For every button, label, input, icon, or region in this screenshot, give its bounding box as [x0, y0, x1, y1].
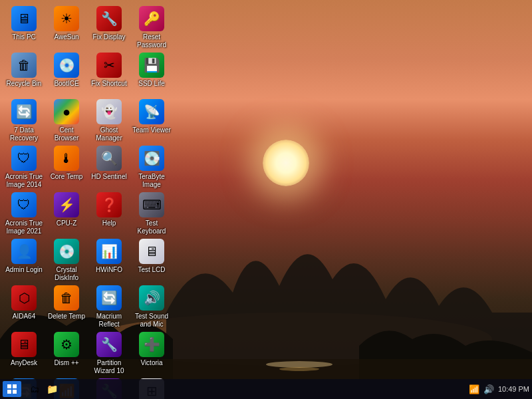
icon-image-test-sound-mic: 🔊	[139, 285, 164, 311]
desktop-icon-test-lcd[interactable]: 🖥Test LCD	[131, 236, 172, 279]
icon-label-acronis-2014: Acronis True Image 2014	[4, 173, 44, 189]
desktop-icon-help[interactable]: ❓Help	[88, 190, 130, 233]
desktop-icon-team-viewer[interactable]: 📡Team Viewer	[131, 96, 172, 140]
desktop-icon-bootice[interactable]: 💿BootICE	[46, 50, 87, 93]
desktop-icons-area: 🖥This PC☀AweSun🔧Fix Display🔑Reset Passwo…	[3, 3, 172, 399]
icon-image-acronis-2014: 🛡	[11, 146, 37, 171]
desktop-icon-awesun[interactable]: ☀AweSun	[46, 3, 87, 47]
icon-label-7-data-recovery: 7 Data Recovery	[4, 126, 44, 142]
icon-image-anydesk: 🖥	[11, 332, 37, 357]
desktop-icon-dism-plus[interactable]: ⚙Dism ++	[46, 329, 87, 372]
desktop-icon-core-temp[interactable]: 🌡Core Temp	[46, 143, 87, 186]
icon-label-macrium-reflect: Macrium Reflect	[89, 313, 129, 329]
icon-image-team-viewer: 📡	[139, 99, 164, 124]
sun	[263, 140, 309, 186]
icon-image-test-keyboard: ⌨	[139, 192, 164, 217]
desktop-icon-fix-display[interactable]: 🔧Fix Display	[88, 3, 130, 47]
icon-image-help: ❓	[96, 192, 122, 217]
desktop-icon-cent-browser[interactable]: ●Cent Browser	[46, 96, 87, 140]
volume-icon[interactable]: 🔊	[483, 384, 494, 394]
icon-label-aida64: AIDA64	[13, 313, 35, 321]
icon-label-bootice: BootICE	[54, 80, 78, 88]
icon-image-reset-password: 🔑	[139, 6, 164, 31]
desktop-icon-partition-wizard-10[interactable]: 🔧Partition Wizard 10	[88, 329, 130, 372]
icon-image-fix-shortcut: ✂	[96, 53, 122, 78]
desktop-icon-test-sound-mic[interactable]: 🔊Test Sound and Mic	[131, 283, 172, 326]
icon-label-team-viewer: Team Viewer	[132, 126, 171, 134]
icon-label-cpu-z: CPU-Z	[57, 219, 77, 227]
icon-image-cpu-z: ⚡	[54, 192, 79, 217]
icon-label-test-keyboard: Test Keyboard	[132, 219, 172, 235]
icon-label-crystal-diskinfo: Crystal DiskInfo	[47, 266, 86, 282]
svg-point-2	[266, 361, 332, 368]
icon-image-terabyte-image: 💽	[139, 146, 164, 171]
icon-image-awesun: ☀	[54, 6, 79, 31]
icon-image-ssd-life: 💾	[139, 53, 164, 78]
desktop-icon-cpu-z[interactable]: ⚡CPU-Z	[46, 190, 87, 233]
desktop-icon-terabyte-image[interactable]: 💽TeraByte Image	[131, 143, 172, 186]
icon-label-hd-sentinel: HD Sentinel	[91, 173, 126, 181]
icon-image-core-temp: 🌡	[54, 146, 79, 171]
desktop-icon-delete-temp[interactable]: 🗑Delete Temp	[46, 283, 87, 326]
icon-image-ghost-manager: 👻	[96, 99, 122, 124]
icon-label-dism-plus: Dism ++	[54, 359, 78, 367]
desktop-icon-this-pc[interactable]: 🖥This PC	[3, 3, 45, 47]
icon-label-ssd-life: SSD Life	[138, 80, 164, 88]
icon-label-this-pc: This PC	[12, 33, 36, 41]
icon-label-fix-display: Fix Display	[93, 33, 126, 41]
icon-label-core-temp: Core Temp	[51, 173, 83, 181]
desktop-icon-test-keyboard[interactable]: ⌨Test Keyboard	[131, 190, 172, 233]
desktop-icon-victoria[interactable]: ➕Victoria	[131, 329, 172, 372]
taskbar-left: 🗂 📁	[3, 381, 60, 397]
svg-rect-4	[7, 384, 11, 388]
desktop-icon-hd-sentinel[interactable]: 🔍HD Sentinel	[88, 143, 130, 186]
desktop-icon-acronis-2021[interactable]: 🛡Acronis True Image 2021	[3, 190, 45, 233]
taskbar-pin-2[interactable]: 📁	[44, 381, 60, 397]
desktop-icon-reset-password[interactable]: 🔑Reset Password	[131, 3, 172, 47]
desktop-icon-7-data-recovery[interactable]: 🔄7 Data Recovery	[3, 96, 45, 140]
svg-rect-7	[13, 390, 17, 394]
desktop-icon-crystal-diskinfo[interactable]: 💿Crystal DiskInfo	[46, 236, 87, 279]
icon-image-delete-temp: 🗑	[54, 285, 79, 311]
icon-image-fix-display: 🔧	[96, 6, 122, 31]
desktop-icon-admin-login[interactable]: 👤Admin Login	[3, 236, 45, 279]
taskbar-right: 📶 🔊 10:49 PM	[469, 384, 529, 394]
icon-image-hd-sentinel: 🔍	[96, 146, 122, 171]
icon-label-terabyte-image: TeraByte Image	[132, 173, 172, 189]
network-icon[interactable]: 📶	[469, 384, 479, 394]
svg-rect-6	[7, 390, 11, 394]
icon-label-test-sound-mic: Test Sound and Mic	[132, 313, 172, 329]
icon-label-acronis-2021: Acronis True Image 2021	[4, 219, 44, 235]
svg-point-3	[279, 367, 319, 371]
icon-image-test-lcd: 🖥	[139, 239, 164, 264]
icon-image-crystal-diskinfo: 💿	[54, 239, 79, 264]
taskbar: 🗂 📁 📶 🔊 10:49 PM	[0, 379, 532, 399]
icon-image-acronis-2021: 🛡	[11, 192, 37, 217]
icon-label-fix-shortcut: Fix Shortcut	[91, 80, 126, 88]
desktop-icon-ssd-life[interactable]: 💾SSD Life	[131, 50, 172, 93]
taskbar-pin-1[interactable]: 🗂	[27, 381, 43, 397]
icon-image-aida64: ⬡	[11, 285, 37, 311]
desktop-icon-ghost-manager[interactable]: 👻Ghost Manager	[88, 96, 130, 140]
desktop-icon-fix-shortcut[interactable]: ✂Fix Shortcut	[88, 50, 130, 93]
desktop-icon-anydesk[interactable]: 🖥AnyDesk	[3, 329, 45, 372]
icon-image-recycle-bin: 🗑	[11, 53, 37, 78]
taskbar-pinned-icons: 🗂 📁	[27, 381, 60, 397]
icon-label-recycle-bin: Recycle Bin	[7, 80, 42, 88]
taskbar-time: 10:49 PM	[498, 385, 529, 393]
icon-image-7-data-recovery: 🔄	[11, 99, 37, 124]
icon-image-partition-wizard-10: 🔧	[96, 332, 122, 357]
icon-image-macrium-reflect: 🔄	[96, 285, 122, 311]
desktop-icon-acronis-2014[interactable]: 🛡Acronis True Image 2014	[3, 143, 45, 186]
icon-label-cent-browser: Cent Browser	[47, 126, 86, 142]
icon-label-test-lcd: Test LCD	[138, 266, 165, 274]
icon-label-anydesk: AnyDesk	[11, 359, 37, 367]
icon-label-reset-password: Reset Password	[132, 33, 172, 49]
icon-label-hwinfo: HWiNFO	[96, 266, 122, 274]
start-button[interactable]	[3, 381, 21, 397]
desktop-icon-aida64[interactable]: ⬡AIDA64	[3, 283, 45, 326]
desktop-icon-macrium-reflect[interactable]: 🔄Macrium Reflect	[88, 283, 130, 326]
desktop-icon-recycle-bin[interactable]: 🗑Recycle Bin	[3, 50, 45, 93]
desktop-icon-hwinfo[interactable]: 📊HWiNFO	[88, 236, 130, 279]
icon-image-this-pc: 🖥	[11, 6, 37, 31]
